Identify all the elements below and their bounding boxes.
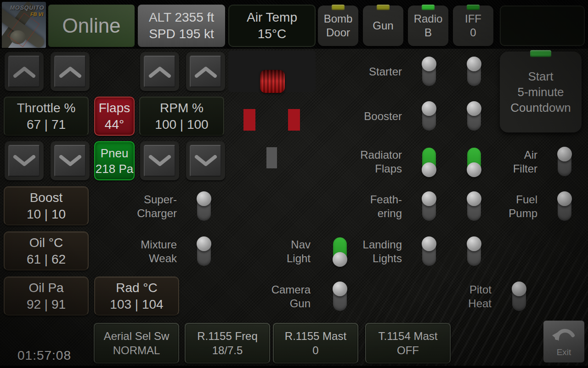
- starter-port-switch[interactable]: [422, 58, 436, 86]
- landing-lights-stbd-switch[interactable]: [467, 237, 481, 266]
- switch-knob: [467, 236, 481, 251]
- switch-knob: [512, 282, 526, 296]
- iff-button[interactable]: IFF 0: [453, 6, 493, 46]
- booster-stbd-switch[interactable]: [467, 102, 481, 131]
- switch-knob: [197, 236, 211, 251]
- pitot-heat-switch[interactable]: [512, 282, 526, 311]
- air-temp-display[interactable]: Air Temp 15°C: [228, 5, 316, 47]
- rpm-label: RPM %: [160, 100, 204, 116]
- rpm-port-down-button[interactable]: [140, 141, 179, 180]
- throttle-stbd-down-button[interactable]: [51, 141, 90, 180]
- chevron-down-icon: [190, 145, 221, 177]
- radio-button[interactable]: Radio B: [408, 6, 448, 46]
- altitude-value: ALT 2355 ft: [149, 9, 214, 26]
- fuel-primer-coil-indicator: [260, 70, 285, 93]
- fuel-pump-switch[interactable]: [558, 192, 571, 221]
- countdown-line1: Start: [528, 69, 554, 84]
- bomb-door-button[interactable]: Bomb Door: [318, 6, 358, 46]
- r1155-freq-button[interactable]: R.1155 Freq 18/7.5: [185, 323, 270, 363]
- exit-label: Exit: [557, 347, 571, 357]
- countdown-line2: 5-minute: [517, 84, 564, 100]
- switch-knob: [333, 252, 347, 267]
- throttle-port-down-button[interactable]: [5, 141, 44, 180]
- alt-spd-display[interactable]: ALT 2355 ft SPD 195 kt: [138, 5, 225, 47]
- throttle-port-up-button[interactable]: [5, 52, 44, 91]
- flaps-label: Flaps: [99, 100, 130, 116]
- logo-title: MOSQUITO: [10, 4, 44, 11]
- starter-stbd-switch[interactable]: [467, 58, 481, 86]
- air-filter-switch[interactable]: [558, 148, 571, 176]
- nav-light-switch[interactable]: [333, 237, 347, 266]
- throttle-display[interactable]: Throttle % 67 | 71: [4, 97, 89, 136]
- aerial-selector-button[interactable]: Aerial Sel Sw NORMAL: [94, 323, 179, 363]
- countdown-line3: Countdown: [510, 100, 571, 115]
- port-warning-bar: [243, 109, 255, 131]
- logo-subtitle: FB VI: [30, 12, 43, 17]
- air-filter-label: AirFilter: [446, 148, 537, 176]
- switch-knob: [333, 282, 347, 296]
- boost-display[interactable]: Boost 10 | 10: [4, 186, 89, 225]
- speed-value: SPD 195 kt: [149, 26, 214, 42]
- neutral-indicator-bar: [266, 147, 277, 168]
- online-status-button[interactable]: Online: [48, 5, 135, 47]
- throttle-value: 67 | 71: [27, 116, 66, 133]
- oil-pressure-display[interactable]: Oil Pa 92 | 91: [4, 276, 89, 316]
- landing-lights-port-switch[interactable]: [422, 237, 436, 266]
- iff-indicator-light: [467, 5, 480, 10]
- iff-value: 0: [470, 26, 476, 40]
- feathering-stbd-switch[interactable]: [467, 192, 481, 221]
- radiator-flaps-stbd-switch[interactable]: [467, 148, 481, 176]
- flaps-value: 44°: [105, 116, 124, 133]
- start-countdown-button[interactable]: Start 5-minute Countdown: [500, 52, 582, 132]
- throttle-label: Throttle %: [17, 100, 76, 116]
- gun-button[interactable]: Gun: [363, 6, 403, 46]
- switch-knob: [467, 162, 481, 177]
- rpm-stbd-down-button[interactable]: [186, 141, 225, 180]
- throttle-stbd-up-button[interactable]: [51, 52, 90, 91]
- mission-clock: 01:57:08: [17, 348, 71, 363]
- radiator-temp-label: Rad °C: [116, 280, 158, 296]
- air-temp-value: 15°C: [258, 26, 287, 42]
- camera-gun-switch[interactable]: [333, 282, 347, 311]
- pneu-label: Pneu: [101, 145, 129, 161]
- chevron-up-icon: [190, 56, 221, 87]
- supercharger-switch[interactable]: [197, 192, 211, 221]
- booster-port-switch[interactable]: [422, 102, 436, 131]
- r1155-mast-button[interactable]: R.1155 Mast 0: [273, 323, 358, 363]
- t1154-mast-button[interactable]: T.1154 Mast OFF: [365, 323, 451, 363]
- radiator-temp-value: 103 | 104: [110, 296, 163, 313]
- mixture-switch[interactable]: [197, 237, 211, 266]
- feathering-port-switch[interactable]: [422, 192, 436, 221]
- radio-value: B: [424, 26, 432, 40]
- bomb-door-label-line2: Door: [326, 26, 350, 40]
- rpm-display[interactable]: RPM % 100 | 100: [139, 97, 224, 136]
- oil-pressure-label: Oil Pa: [28, 280, 63, 296]
- pneumatic-pressure-display[interactable]: Pneu 218 Pa: [94, 141, 135, 180]
- oil-temp-display[interactable]: Oil °C 61 | 62: [4, 231, 89, 270]
- aircraft-logo: MOSQUITO FB VI: [2, 2, 46, 48]
- countdown-indicator-light: [530, 50, 551, 57]
- t1154-mast-label: T.1154 Mast: [379, 329, 438, 343]
- exit-button[interactable]: Exit: [543, 321, 584, 362]
- air-temp-label: Air Temp: [247, 9, 297, 26]
- fuel-pump-label: FuelPump: [446, 193, 537, 220]
- rpm-stbd-up-button[interactable]: [186, 52, 225, 91]
- bomb-door-indicator-light: [332, 5, 345, 10]
- chevron-down-icon: [54, 145, 86, 177]
- r1155-mast-label: R.1155 Mast: [285, 329, 346, 343]
- radiator-flaps-label: RadiatorFlaps: [310, 148, 402, 176]
- pneu-value: 218 Pa: [96, 161, 133, 177]
- r1155-freq-label: R.1155 Freq: [197, 329, 258, 343]
- chevron-up-icon: [144, 56, 175, 87]
- switch-knob: [422, 162, 436, 177]
- flaps-display[interactable]: Flaps 44°: [94, 97, 135, 136]
- switch-knob: [467, 191, 481, 206]
- switch-knob: [197, 191, 211, 206]
- radiator-temp-display[interactable]: Rad °C 103 | 104: [94, 276, 179, 316]
- starter-label: Starter: [310, 65, 402, 79]
- rpm-port-up-button[interactable]: [140, 52, 179, 91]
- switch-knob: [467, 101, 481, 116]
- radiator-flaps-port-switch[interactable]: [422, 148, 436, 176]
- switch-knob: [422, 57, 436, 71]
- gun-label: Gun: [373, 19, 393, 33]
